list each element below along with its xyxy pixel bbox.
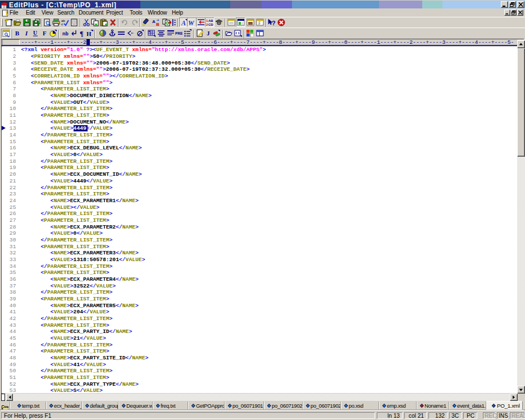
svg-text:AB: AB [208, 19, 213, 22]
svg-text:W: W [188, 19, 195, 26]
svg-text:CD: CD [208, 23, 213, 26]
svg-text:I: I [25, 30, 28, 36]
svg-text:A: A [152, 19, 156, 24]
svg-text:nb: nb [62, 31, 69, 37]
svg-text:A: A [181, 19, 186, 26]
svg-text:B: B [15, 30, 20, 36]
svg-text:?: ? [272, 20, 276, 26]
svg-text:¶: ¶ [80, 30, 83, 37]
svg-text:J: J [207, 30, 210, 36]
svg-text:F: F [43, 30, 47, 36]
svg-text:B: B [156, 22, 159, 26]
svg-text:H: H [86, 30, 92, 37]
svg-text:U: U [33, 30, 37, 36]
svg-text:F: F [258, 21, 261, 26]
svg-text:c: c [61, 22, 63, 26]
svg-text:PRE: PRE [175, 31, 183, 35]
